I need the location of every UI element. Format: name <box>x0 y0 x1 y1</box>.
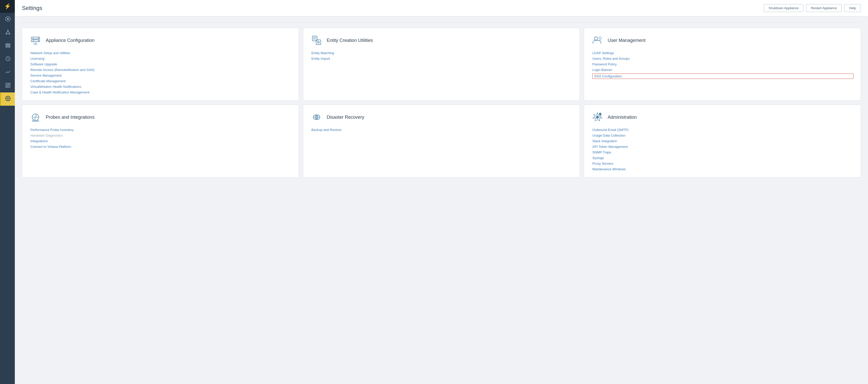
card-title-disaster: Disaster Recovery <box>327 115 364 120</box>
link-virtualwisdom-health[interactable]: VirtualWisdom Health Notifications <box>30 85 291 89</box>
card-title-probes: Probes and Integrations <box>46 115 94 120</box>
svg-rect-15 <box>6 86 7 87</box>
link-sso-configuration[interactable]: SSO Configuration <box>592 73 854 79</box>
svg-rect-13 <box>8 83 10 84</box>
link-proxy-servers[interactable]: Proxy Servers <box>592 162 854 165</box>
link-users-roles[interactable]: Users, Roles and Groups <box>592 57 854 61</box>
svg-point-2 <box>7 30 8 31</box>
card-links-admin: Outbound Email (SMTP) Usage Data Collect… <box>591 128 854 171</box>
analytics-icon <box>5 69 11 76</box>
sidebar: ⚡ <box>0 0 15 384</box>
svg-rect-12 <box>6 83 7 85</box>
svg-rect-10 <box>6 46 10 47</box>
card-links-entity: Entity Matching Entity Import <box>310 51 572 61</box>
svg-rect-40 <box>32 121 39 122</box>
svg-point-16 <box>7 98 9 99</box>
link-maintenance-windows[interactable]: Maintenance Windows <box>592 167 854 171</box>
card-header-admin: Administration <box>591 111 854 123</box>
svg-rect-9 <box>6 45 10 46</box>
link-certificate-management[interactable]: Certificate Management <box>30 79 291 83</box>
svg-point-1 <box>7 18 9 20</box>
svg-rect-14 <box>8 85 10 87</box>
svg-line-5 <box>6 31 8 33</box>
card-links-disaster: Backup and Restore <box>310 128 572 132</box>
svg-point-22 <box>38 40 39 41</box>
restart-button[interactable]: Restart Appliance <box>806 4 842 12</box>
link-software-upgrade[interactable]: Software Upgrade <box>30 62 291 66</box>
card-title-entity: Entity Creation Utilities <box>327 38 373 43</box>
link-case-health[interactable]: Case & Health Notification Management <box>30 90 291 94</box>
settings-icon <box>5 96 11 103</box>
svg-rect-8 <box>6 43 10 44</box>
card-disaster-recovery: Disaster Recovery Backup and Restore <box>303 105 580 178</box>
link-syslogs[interactable]: Syslogs <box>592 156 854 160</box>
admin-icon <box>591 111 603 123</box>
header-buttons: Shutdown Appliance Restart Appliance Hel… <box>764 4 861 12</box>
header: Settings Shutdown Appliance Restart Appl… <box>15 0 868 17</box>
link-hardware-diagnostics: Hardware Diagnostics <box>30 133 291 137</box>
link-service-management[interactable]: Service Management <box>30 73 291 77</box>
card-header-probes: Probes and Integrations <box>29 111 291 123</box>
card-title-admin: Administration <box>608 115 637 120</box>
sidebar-item-dashboard[interactable] <box>0 13 15 26</box>
entity-icon <box>310 34 323 46</box>
help-button[interactable]: Help <box>844 4 861 12</box>
link-slack-integration[interactable]: Slack Integration <box>592 139 854 143</box>
main-content: Settings Shutdown Appliance Restart Appl… <box>15 0 868 384</box>
svg-point-35 <box>594 37 598 40</box>
sidebar-item-nodes[interactable] <box>0 26 15 39</box>
sidebar-item-analytics[interactable] <box>0 66 15 79</box>
cards-grid: Appliance Configuration Network Setup an… <box>22 28 861 178</box>
link-snmp-traps[interactable]: SNMP Traps <box>592 150 854 154</box>
link-login-banner[interactable]: Login Banner <box>592 68 854 72</box>
svg-line-6 <box>8 31 9 33</box>
link-integrations[interactable]: Integrations <box>30 139 291 143</box>
appliance-icon <box>29 34 41 46</box>
probes-icon <box>29 111 41 123</box>
svg-point-36 <box>599 37 601 39</box>
sidebar-item-clock[interactable] <box>0 53 15 66</box>
user-icon <box>591 34 603 46</box>
card-administration: Administration Outbound Email (SMTP) Usa… <box>584 105 861 178</box>
sidebar-item-list[interactable] <box>0 39 15 53</box>
card-header-entity: Entity Creation Utilities <box>310 34 572 46</box>
svg-point-46 <box>596 116 599 119</box>
link-remote-access[interactable]: Remote Access (RemoteWisdom and SSH) <box>30 68 291 72</box>
link-usage-data[interactable]: Usage Data Collection <box>592 133 854 137</box>
dashboard-icon <box>5 16 11 23</box>
card-header-appliance: Appliance Configuration <box>29 34 291 46</box>
svg-point-21 <box>38 37 39 38</box>
card-entity-creation: Entity Creation Utilities Entity Matchin… <box>303 28 580 101</box>
link-connect-virtana[interactable]: Connect to Virtana Platform <box>30 145 291 149</box>
card-links-appliance: Network Setup and Utilities Licensing So… <box>29 51 291 94</box>
sidebar-item-reports[interactable] <box>0 79 15 92</box>
sidebar-item-settings[interactable] <box>0 92 15 106</box>
link-outbound-email[interactable]: Outbound Email (SMTP) <box>592 128 854 132</box>
content-area: Appliance Configuration Network Setup an… <box>15 17 868 384</box>
card-appliance-configuration: Appliance Configuration Network Setup an… <box>22 28 299 101</box>
card-links-user: LDAP Settings Users, Roles and Groups Pa… <box>591 51 854 79</box>
disaster-icon <box>310 111 323 123</box>
card-header-user: User Management <box>591 34 854 46</box>
link-entity-matching[interactable]: Entity Matching <box>311 51 572 55</box>
shutdown-button[interactable]: Shutdown Appliance <box>764 4 804 12</box>
clock-icon <box>5 56 11 63</box>
sidebar-logo: ⚡ <box>0 0 15 13</box>
page-title: Settings <box>22 5 42 11</box>
link-licensing[interactable]: Licensing <box>30 57 291 61</box>
card-user-management: User Management LDAP Settings Users, Rol… <box>584 28 861 101</box>
link-network-setup[interactable]: Network Setup and Utilities <box>30 51 291 55</box>
nodes-icon <box>5 29 11 36</box>
link-entity-import[interactable]: Entity Import <box>311 57 572 61</box>
list-icon <box>5 43 11 50</box>
card-title-appliance: Appliance Configuration <box>46 38 94 43</box>
link-api-token[interactable]: API Token Management <box>592 145 854 149</box>
link-backup-restore[interactable]: Backup and Restore <box>311 128 572 132</box>
link-password-policy[interactable]: Password Policy <box>592 62 854 66</box>
card-links-probes: Performance Probe Inventory Hardware Dia… <box>29 128 291 149</box>
link-probe-inventory[interactable]: Performance Probe Inventory <box>30 128 291 132</box>
reports-icon <box>5 83 11 89</box>
card-header-disaster: Disaster Recovery <box>310 111 572 123</box>
card-probes-integrations: Probes and Integrations Performance Prob… <box>22 105 299 178</box>
link-ldap-settings[interactable]: LDAP Settings <box>592 51 854 55</box>
